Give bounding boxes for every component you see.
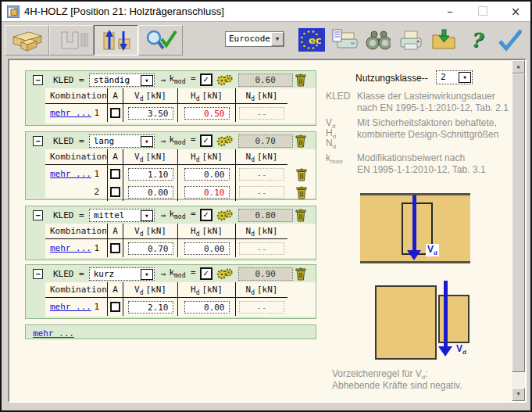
row-trash-cell — [287, 298, 316, 316]
kled-select[interactable]: lang ▼ — [89, 134, 155, 148]
kmod-checkbox[interactable]: ✓ — [200, 134, 212, 147]
hd-input[interactable]: 0.00 — [184, 301, 230, 313]
force-arrow-head — [438, 346, 452, 356]
nutzungsklasse-label: Nutzungsklasse-- — [355, 73, 428, 84]
help-button[interactable]: ? — [462, 27, 489, 53]
kombination-cell: mehr ... 1 — [45, 104, 108, 122]
save-button[interactable] — [430, 27, 456, 53]
close-button[interactable]: × — [509, 5, 523, 19]
col-header-nd: Nd[kN] — [236, 282, 287, 298]
kmod-value: 0.70 — [238, 134, 293, 148]
a-cell — [108, 298, 123, 316]
a-checkbox[interactable] — [110, 302, 120, 312]
legend-desc: kombinierte Design-Schnittgrößen — [357, 129, 498, 140]
minimize-button[interactable]: – — [443, 5, 457, 19]
gears-icon[interactable] — [216, 267, 234, 281]
a-checkbox[interactable] — [110, 243, 120, 253]
col-header-kombination: Kombination — [45, 149, 108, 165]
gears-icon[interactable] — [216, 134, 234, 148]
kled-section: − KLED = lang ▼ ⇒ kmod = ✓ 0.70 Kombinat… — [25, 131, 316, 200]
nutzungsklasse-select[interactable]: 2 ▼ — [436, 70, 473, 84]
chevron-down-icon[interactable]: ▼ — [141, 75, 153, 86]
chevron-down-icon[interactable]: ▼ — [271, 32, 284, 46]
mehr-link[interactable]: mehr ... — [33, 328, 74, 339]
hd-input[interactable]: 0.50 — [184, 107, 230, 120]
vd-input[interactable]: 0.00 — [128, 186, 173, 199]
vd-input[interactable]: 0.70 — [128, 242, 173, 255]
kled-label: KLED = — [53, 75, 84, 85]
timber-joint-icon — [10, 29, 45, 52]
kled-select[interactable]: ständig ▼ — [89, 73, 155, 87]
trash-icon[interactable] — [295, 73, 306, 87]
collapse-button[interactable]: − — [33, 210, 43, 220]
hd-input[interactable]: 0.00 — [184, 168, 230, 181]
chevron-down-icon[interactable]: ▼ — [141, 136, 153, 147]
kled-select[interactable]: mittel ▼ — [89, 209, 155, 222]
vd-input[interactable]: 1.10 — [128, 168, 173, 181]
mehr-link[interactable]: mehr ... — [50, 243, 91, 253]
trash-icon[interactable] — [295, 134, 306, 148]
nutzungsklasse-value: 2 — [441, 72, 446, 82]
legend-desc: Modifikationsbeiwert nach — [357, 152, 465, 163]
maximize-icon — [478, 6, 487, 16]
kombination-cell: mehr ... 1 — [45, 298, 108, 316]
hd-input[interactable]: 0.00 — [184, 242, 230, 255]
confirm-button[interactable] — [495, 27, 522, 53]
col-header-a: A — [108, 282, 123, 298]
print-preview-button[interactable] — [331, 27, 358, 53]
kombination-cell: 2 — [45, 183, 108, 201]
force-arrow — [412, 195, 416, 250]
vertical-scrollbar[interactable]: ▲ ▼ — [512, 60, 525, 401]
printer-button[interactable] — [397, 27, 423, 53]
timber-joint-button[interactable] — [5, 25, 49, 56]
trash-icon[interactable] — [296, 167, 307, 181]
implies-arrow: ⇒ — [161, 136, 166, 146]
mehr-link[interactable]: mehr ... — [50, 302, 91, 312]
gears-icon[interactable] — [216, 209, 234, 222]
kmod-checkbox[interactable]: ✓ — [200, 209, 212, 221]
a-checkbox[interactable] — [110, 108, 120, 118]
scroll-down-button[interactable]: ▼ — [512, 388, 525, 401]
a-checkbox[interactable] — [110, 187, 120, 197]
hd-cell: 0.00 — [178, 239, 236, 257]
kmod-value: 0.80 — [238, 209, 293, 222]
kled-select[interactable]: kurz ▼ — [89, 267, 155, 281]
collapse-button[interactable]: − — [33, 75, 43, 85]
chevron-down-icon[interactable]: ▼ — [141, 210, 153, 221]
load-arrows-button[interactable] — [94, 25, 138, 56]
col-header-hd: Hd[kN] — [178, 88, 236, 104]
trash-icon[interactable] — [295, 208, 306, 222]
hd-input[interactable]: 0.10 — [184, 186, 230, 199]
chevron-down-icon[interactable]: ▼ — [459, 72, 471, 83]
trash-icon[interactable] — [295, 267, 306, 281]
gears-icon[interactable] — [216, 73, 234, 87]
col-header-nd: Nd[kN] — [236, 88, 287, 104]
eurocode-select[interactable]: Eurocode 5 ▼ — [225, 31, 284, 47]
col-header-hd: Hd[kN] — [178, 224, 236, 239]
a-cell — [108, 165, 123, 183]
kmod-checkbox[interactable]: ✓ — [200, 267, 212, 280]
mehr-link[interactable]: mehr ... — [50, 108, 91, 118]
collapse-button[interactable]: − — [33, 136, 43, 146]
scrollbar-thumb[interactable] — [512, 73, 525, 372]
scroll-up-button[interactable]: ▲ — [512, 60, 525, 73]
vd-force-label: Vd — [426, 244, 439, 256]
collapse-button[interactable]: − — [33, 269, 43, 279]
ec-norm-button[interactable]: ec — [298, 27, 325, 53]
check-results-button[interactable] — [138, 25, 183, 56]
steel-profile-button[interactable] — [49, 25, 94, 56]
vd-input[interactable]: 3.50 — [128, 107, 173, 120]
row-trash-cell — [287, 165, 316, 183]
a-checkbox[interactable] — [110, 169, 120, 179]
nd-input: -- — [239, 186, 284, 199]
mehr-link[interactable]: mehr ... — [50, 169, 91, 179]
kmod-checkbox[interactable]: ✓ — [200, 73, 212, 86]
nd-input: -- — [239, 242, 284, 255]
binoculars-button[interactable] — [364, 27, 391, 53]
chevron-down-icon[interactable]: ▼ — [141, 269, 153, 280]
implies-arrow: ⇒ — [161, 75, 166, 85]
printer-icon — [397, 28, 423, 52]
trash-icon[interactable] — [296, 185, 307, 199]
more-bar: mehr ... — [25, 324, 316, 339]
vd-input[interactable]: 2.10 — [128, 301, 173, 313]
